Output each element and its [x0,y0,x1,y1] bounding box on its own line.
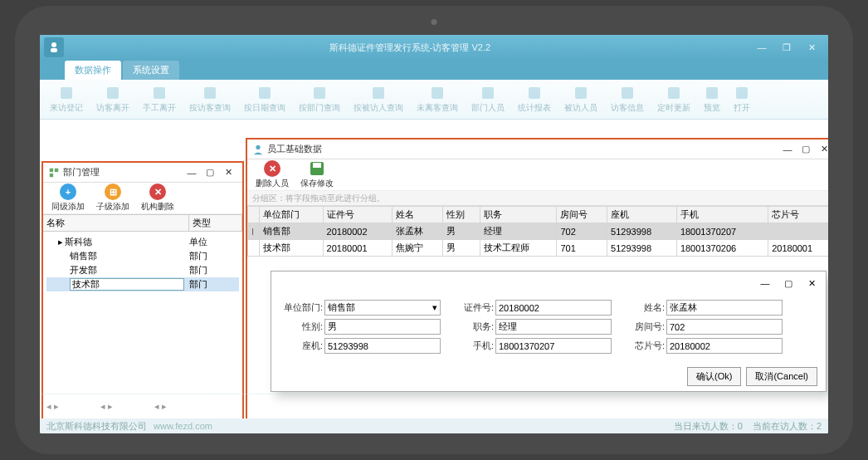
ribbon-item[interactable]: 手工离开 [138,83,181,115]
ribbon-icon [666,85,682,100]
grid-header[interactable]: 职务 [480,207,557,223]
input-job[interactable] [495,319,612,335]
tree-row[interactable]: 销售部部门 [46,249,239,263]
dept-close[interactable]: ✕ [219,167,237,178]
tool-plus[interactable]: +同级添加 [48,183,88,213]
chevron-down-icon: ▾ [432,302,437,313]
grid-header[interactable]: 手机 [676,207,768,223]
editor-minimize[interactable]: — [754,275,776,291]
ribbon-label: 访客信息 [611,102,644,114]
grid-header[interactable]: 单位部门 [260,207,324,223]
grid-header[interactable]: 姓名 [393,207,443,223]
grid-header[interactable]: 证件号 [323,207,393,223]
input-id[interactable] [495,300,612,316]
ok-button[interactable]: 确认(Ok) [687,367,741,386]
ribbon-item[interactable]: 统计报表 [513,83,556,115]
ribbon-icon [256,85,273,100]
grid-cell: 20180001 [768,240,828,257]
grid-header[interactable]: 座机 [607,207,677,223]
employee-grid: 单位部门证件号姓名性别职务房间号座机手机芯片号 I销售部20180002张孟林男… [247,206,828,257]
tablet-frame: 斯科德证件管理发行系统-访客管理 V2.2 — ❐ ✕ 数据操作 系统设置 来访… [15,6,853,454]
emp-close[interactable]: ✕ [815,144,828,154]
field-job: 职务: [452,319,612,335]
ribbon-item[interactable]: 部门人员 [466,83,510,115]
grid-header[interactable]: 房间号 [557,207,607,223]
ribbon-label: 被访人员 [564,102,597,114]
ribbon-item[interactable]: 来访登记 [45,83,88,115]
grid-header[interactable]: 芯片号 [768,207,828,223]
grid-cell: 701 [557,240,607,257]
status-url: www.fezd.com [154,421,212,431]
input-chip[interactable] [666,338,783,354]
input-mobile[interactable] [495,338,612,354]
table-row[interactable]: I销售部20180002张孟林男经理7025129399818001370207 [248,223,829,240]
dept-minimize[interactable]: — [183,168,201,178]
tree-edit-input[interactable] [70,278,184,291]
dept-icon [48,167,60,179]
editor-close[interactable]: ✕ [801,275,822,291]
input-room[interactable] [666,319,783,335]
x-icon: ✕ [264,160,280,177]
svg-rect-4 [154,87,165,99]
combo-dept[interactable]: 销售部▾ [324,300,441,316]
ribbon-item[interactable]: 按访客查询 [184,83,236,115]
ribbon-item[interactable]: 按被访人查询 [349,83,408,115]
emp-maximize[interactable]: ▢ [797,144,815,154]
editor-maximize[interactable]: ▢ [778,275,799,291]
tool-x[interactable]: ✕删除人员 [252,159,292,190]
tree-name [46,278,189,291]
ribbon-icon [526,85,543,100]
svg-rect-5 [204,87,216,99]
ribbon-item[interactable]: 按部门查询 [294,83,345,115]
ribbon-item[interactable]: 定时更新 [652,83,695,115]
input-name[interactable] [666,300,783,316]
expand-icon[interactable]: ▸ [58,237,63,247]
tree-type: 部门 [189,250,239,262]
ribbon-item[interactable]: 按日期查询 [239,83,290,115]
ribbon-item[interactable]: 打开 [729,83,755,115]
label-tel: 座机: [281,340,323,352]
tree-row[interactable]: 部门 [46,277,239,291]
tab-data-ops[interactable]: 数据操作 [65,61,121,80]
cancel-button[interactable]: 取消(Cancel) [746,367,817,386]
app-close[interactable]: ✕ [799,37,824,57]
ribbon-label: 打开 [734,102,750,114]
status-today-count: 当日来访人数：0 [674,420,743,433]
group-area[interactable]: 分组区：将字段拖动至此进行分组。 [247,191,828,206]
tabstrip-slot: ◂ ▸ [100,401,113,412]
tab-system-settings[interactable]: 系统设置 [123,61,179,80]
emp-minimize[interactable]: — [778,144,797,154]
grid-header[interactable]: 性别 [443,207,480,223]
employee-panel: 员工基础数据 — ▢ ✕ ✕删除人员保存修改 分组区：将字段拖动至此进行分组。 … [246,138,828,433]
field-dept: 单位部门: 销售部▾ [281,300,441,316]
app-minimize[interactable]: — [749,37,774,57]
tree-row[interactable]: ▸斯科德单位 [46,235,239,249]
editor-body: 单位部门: 销售部▾ 证件号: 姓名: [271,295,826,362]
dept-maximize[interactable]: ▢ [201,167,219,178]
app-maximize[interactable]: ❐ [774,37,799,57]
ribbon-item[interactable]: 访客离开 [91,83,134,115]
grid-cell: 男 [443,223,480,240]
ribbon-icon [734,85,750,100]
svg-rect-22 [313,163,321,168]
tool-tree[interactable]: ⊞子级添加 [93,183,133,213]
ribbon-icon [619,85,636,100]
tree-name: 开发部 [46,264,189,276]
ribbon-icon [202,85,218,100]
input-gender[interactable] [324,319,441,335]
tool-save[interactable]: 保存修改 [297,159,337,190]
ribbon-item[interactable]: 访客信息 [606,83,649,115]
table-row[interactable]: 技术部20180001焦婉宁男技术工程师70151293998180013702… [248,240,829,257]
grid-cell: 18001370207 [676,223,768,240]
ribbon-item[interactable]: 未离客查询 [412,83,463,115]
tree-row[interactable]: 开发部部门 [46,263,239,277]
input-tel[interactable] [324,338,441,354]
svg-rect-7 [314,87,325,99]
x-icon: ✕ [149,184,166,200]
tabstrip-slot: ◂ ▸ [154,401,167,412]
editor-dialog: — ▢ ✕ 单位部门: 销售部▾ 证件号: [271,271,827,392]
tabstrip-slot: ◂ ▸ [46,401,59,412]
ribbon-item[interactable]: 预览 [699,83,725,115]
tool-x[interactable]: ✕机构删除 [138,183,178,213]
ribbon-item[interactable]: 被访人员 [559,83,602,115]
